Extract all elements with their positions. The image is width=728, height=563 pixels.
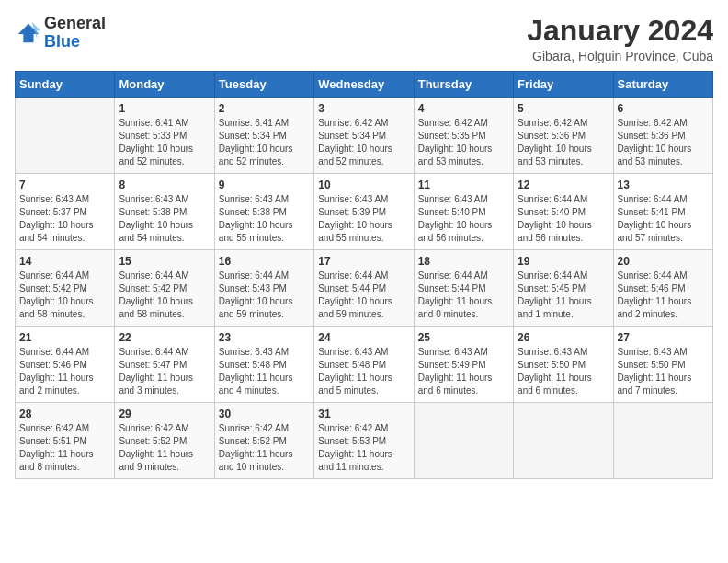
calendar-cell: 19Sunrise: 6:44 AM Sunset: 5:45 PM Dayli… — [514, 250, 613, 327]
calendar-cell: 29Sunrise: 6:42 AM Sunset: 5:52 PM Dayli… — [115, 403, 214, 479]
day-number: 5 — [518, 102, 609, 115]
weekday-header-row: SundayMondayTuesdayWednesdayThursdayFrid… — [16, 72, 713, 98]
day-number: 21 — [19, 331, 110, 344]
day-number: 19 — [518, 255, 609, 268]
logo-blue: Blue — [44, 33, 106, 52]
day-number: 9 — [219, 178, 310, 191]
calendar-cell: 26Sunrise: 6:43 AM Sunset: 5:50 PM Dayli… — [514, 327, 613, 403]
calendar-cell — [16, 98, 115, 174]
day-info: Sunrise: 6:44 AM Sunset: 5:43 PM Dayligh… — [219, 270, 310, 321]
day-number: 20 — [618, 255, 709, 268]
day-info: Sunrise: 6:44 AM Sunset: 5:42 PM Dayligh… — [119, 270, 210, 321]
day-number: 15 — [119, 255, 210, 268]
day-number: 11 — [418, 178, 509, 191]
calendar-cell: 31Sunrise: 6:42 AM Sunset: 5:53 PM Dayli… — [314, 403, 414, 479]
calendar-cell: 6Sunrise: 6:42 AM Sunset: 5:36 PM Daylig… — [613, 98, 712, 174]
day-number: 13 — [618, 178, 709, 191]
day-info: Sunrise: 6:42 AM Sunset: 5:51 PM Dayligh… — [19, 422, 110, 474]
day-info: Sunrise: 6:43 AM Sunset: 5:48 PM Dayligh… — [219, 346, 310, 397]
day-number: 16 — [219, 255, 310, 268]
day-info: Sunrise: 6:44 AM Sunset: 5:46 PM Dayligh… — [618, 270, 709, 321]
day-info: Sunrise: 6:43 AM Sunset: 5:40 PM Dayligh… — [418, 193, 509, 245]
day-info: Sunrise: 6:42 AM Sunset: 5:52 PM Dayligh… — [219, 422, 310, 474]
day-number: 27 — [618, 331, 709, 344]
weekday-header: Sunday — [16, 72, 115, 98]
calendar-cell: 23Sunrise: 6:43 AM Sunset: 5:48 PM Dayli… — [214, 327, 313, 403]
calendar-cell — [414, 403, 513, 479]
day-info: Sunrise: 6:44 AM Sunset: 5:42 PM Dayligh… — [19, 270, 110, 321]
day-info: Sunrise: 6:41 AM Sunset: 5:34 PM Dayligh… — [219, 117, 310, 168]
day-info: Sunrise: 6:43 AM Sunset: 5:48 PM Dayligh… — [318, 346, 409, 397]
calendar-cell: 18Sunrise: 6:44 AM Sunset: 5:44 PM Dayli… — [414, 250, 513, 327]
calendar-week-row: 21Sunrise: 6:44 AM Sunset: 5:46 PM Dayli… — [16, 327, 713, 403]
day-info: Sunrise: 6:44 AM Sunset: 5:40 PM Dayligh… — [518, 193, 609, 245]
day-number: 28 — [19, 408, 110, 420]
calendar-cell: 9Sunrise: 6:43 AM Sunset: 5:38 PM Daylig… — [214, 174, 313, 250]
day-info: Sunrise: 6:44 AM Sunset: 5:46 PM Dayligh… — [19, 346, 110, 397]
calendar-week-row: 7Sunrise: 6:43 AM Sunset: 5:37 PM Daylig… — [16, 174, 713, 250]
day-info: Sunrise: 6:42 AM Sunset: 5:36 PM Dayligh… — [518, 117, 609, 168]
calendar-table: SundayMondayTuesdayWednesdayThursdayFrid… — [15, 71, 713, 479]
calendar-cell: 5Sunrise: 6:42 AM Sunset: 5:36 PM Daylig… — [514, 98, 613, 174]
calendar-week-row: 1Sunrise: 6:41 AM Sunset: 5:33 PM Daylig… — [16, 98, 713, 174]
day-info: Sunrise: 6:42 AM Sunset: 5:35 PM Dayligh… — [418, 117, 509, 168]
day-number: 22 — [119, 331, 210, 344]
weekday-header: Friday — [514, 72, 613, 98]
day-number: 18 — [418, 255, 509, 268]
day-info: Sunrise: 6:44 AM Sunset: 5:41 PM Dayligh… — [618, 193, 709, 245]
day-number: 30 — [219, 408, 310, 420]
day-number: 24 — [318, 331, 409, 344]
calendar-cell: 2Sunrise: 6:41 AM Sunset: 5:34 PM Daylig… — [214, 98, 313, 174]
day-info: Sunrise: 6:42 AM Sunset: 5:53 PM Dayligh… — [318, 422, 409, 474]
day-info: Sunrise: 6:42 AM Sunset: 5:34 PM Dayligh… — [318, 117, 409, 168]
logo: General Blue — [15, 15, 106, 52]
day-number: 14 — [19, 255, 110, 268]
logo-icon — [15, 20, 40, 46]
calendar-cell: 24Sunrise: 6:43 AM Sunset: 5:48 PM Dayli… — [314, 327, 414, 403]
calendar-cell: 17Sunrise: 6:44 AM Sunset: 5:44 PM Dayli… — [314, 250, 414, 327]
weekday-header: Wednesday — [314, 72, 414, 98]
day-number: 1 — [119, 102, 210, 115]
calendar-cell: 1Sunrise: 6:41 AM Sunset: 5:33 PM Daylig… — [115, 98, 214, 174]
day-info: Sunrise: 6:43 AM Sunset: 5:39 PM Dayligh… — [318, 193, 409, 245]
day-number: 10 — [318, 178, 409, 191]
day-info: Sunrise: 6:41 AM Sunset: 5:33 PM Dayligh… — [119, 117, 210, 168]
day-info: Sunrise: 6:43 AM Sunset: 5:50 PM Dayligh… — [618, 346, 709, 397]
calendar-cell: 15Sunrise: 6:44 AM Sunset: 5:42 PM Dayli… — [115, 250, 214, 327]
day-number: 31 — [318, 408, 409, 420]
weekday-header: Thursday — [414, 72, 513, 98]
calendar-cell: 7Sunrise: 6:43 AM Sunset: 5:37 PM Daylig… — [16, 174, 115, 250]
day-info: Sunrise: 6:43 AM Sunset: 5:38 PM Dayligh… — [219, 193, 310, 245]
calendar-cell: 27Sunrise: 6:43 AM Sunset: 5:50 PM Dayli… — [613, 327, 712, 403]
calendar-cell: 14Sunrise: 6:44 AM Sunset: 5:42 PM Dayli… — [16, 250, 115, 327]
calendar-cell — [514, 403, 613, 479]
day-number: 29 — [119, 408, 210, 420]
calendar-cell — [613, 403, 712, 479]
day-number: 17 — [318, 255, 409, 268]
location-subtitle: Gibara, Holguin Province, Cuba — [527, 49, 713, 63]
weekday-header: Monday — [115, 72, 214, 98]
day-number: 23 — [219, 331, 310, 344]
calendar-cell: 4Sunrise: 6:42 AM Sunset: 5:35 PM Daylig… — [414, 98, 513, 174]
day-info: Sunrise: 6:44 AM Sunset: 5:45 PM Dayligh… — [518, 270, 609, 321]
calendar-cell: 10Sunrise: 6:43 AM Sunset: 5:39 PM Dayli… — [314, 174, 414, 250]
day-number: 26 — [518, 331, 609, 344]
calendar-cell: 3Sunrise: 6:42 AM Sunset: 5:34 PM Daylig… — [314, 98, 414, 174]
calendar-cell: 13Sunrise: 6:44 AM Sunset: 5:41 PM Dayli… — [613, 174, 712, 250]
day-number: 6 — [618, 102, 709, 115]
day-number: 8 — [119, 178, 210, 191]
day-info: Sunrise: 6:44 AM Sunset: 5:44 PM Dayligh… — [418, 270, 509, 321]
calendar-cell: 12Sunrise: 6:44 AM Sunset: 5:40 PM Dayli… — [514, 174, 613, 250]
title-area: January 2024 Gibara, Holguin Province, C… — [527, 15, 713, 63]
month-title: January 2024 — [527, 15, 713, 47]
calendar-cell: 8Sunrise: 6:43 AM Sunset: 5:38 PM Daylig… — [115, 174, 214, 250]
calendar-week-row: 14Sunrise: 6:44 AM Sunset: 5:42 PM Dayli… — [16, 250, 713, 327]
calendar-cell: 25Sunrise: 6:43 AM Sunset: 5:49 PM Dayli… — [414, 327, 513, 403]
day-number: 4 — [418, 102, 509, 115]
day-info: Sunrise: 6:44 AM Sunset: 5:44 PM Dayligh… — [318, 270, 409, 321]
calendar-cell: 20Sunrise: 6:44 AM Sunset: 5:46 PM Dayli… — [613, 250, 712, 327]
day-number: 7 — [19, 178, 110, 191]
day-number: 12 — [518, 178, 609, 191]
day-number: 25 — [418, 331, 509, 344]
day-number: 3 — [318, 102, 409, 115]
